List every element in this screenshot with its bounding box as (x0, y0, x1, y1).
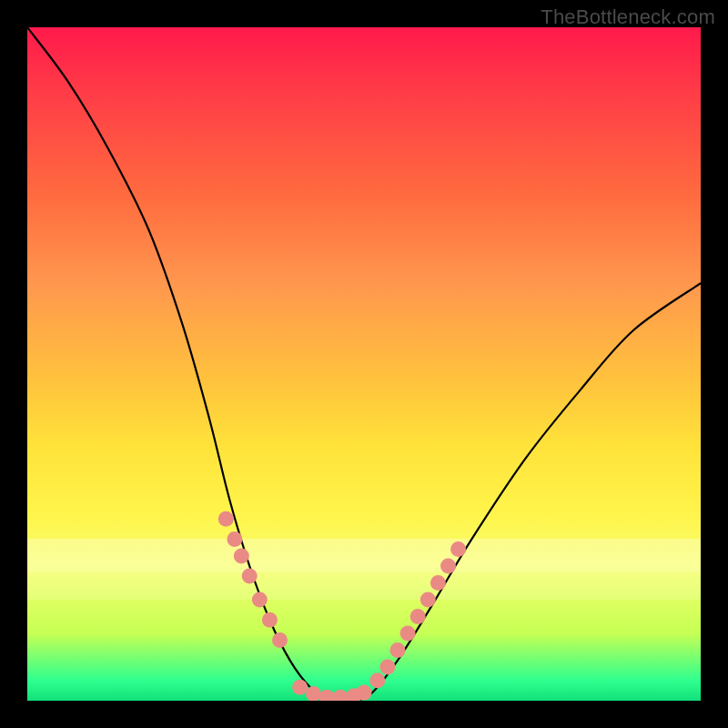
marker-left-3 (242, 569, 258, 584)
marker-left-1 (227, 531, 242, 547)
chart-svg (27, 27, 701, 701)
marker-right-2 (390, 642, 406, 658)
marker-right-3 (400, 626, 416, 642)
marker-right-7 (440, 559, 456, 574)
watermark-text: TheBottleneck.com (541, 5, 715, 29)
marker-right-4 (410, 609, 426, 624)
marker-left-0 (218, 511, 234, 527)
marker-bottom-3 (333, 690, 349, 701)
chart-frame: TheBottleneck.com (0, 0, 728, 728)
marker-right-5 (420, 592, 436, 608)
data-markers (218, 511, 466, 701)
marker-right-0 (369, 672, 385, 688)
marker-bottom-0 (292, 680, 308, 695)
marker-right-8 (450, 541, 466, 557)
marker-right-1 (379, 660, 395, 675)
marker-bottom-5 (357, 685, 372, 701)
marker-left-4 (252, 592, 268, 608)
marker-left-5 (262, 612, 278, 628)
marker-bottom-1 (306, 686, 321, 701)
marker-left-2 (234, 548, 249, 563)
marker-right-6 (430, 575, 446, 591)
plot-area (27, 27, 701, 701)
bottleneck-curve (27, 27, 701, 701)
marker-bottom-2 (319, 690, 335, 701)
marker-left-6 (272, 632, 288, 648)
